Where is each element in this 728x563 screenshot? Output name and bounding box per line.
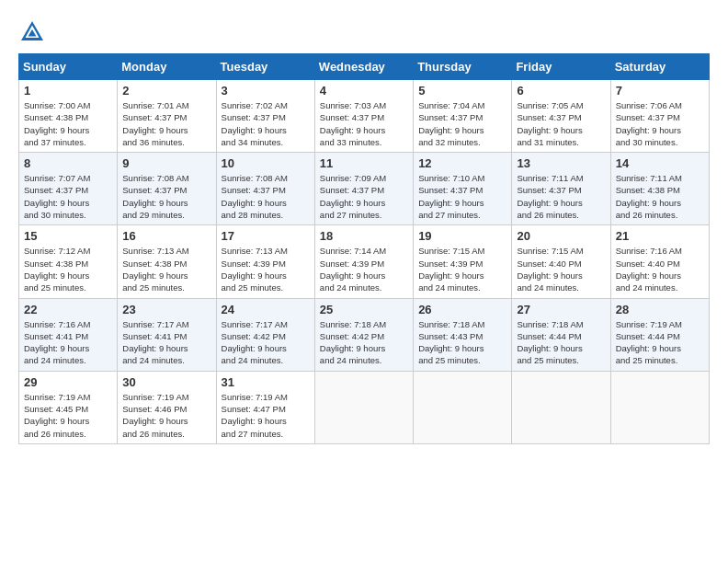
dow-header-monday: Monday bbox=[118, 54, 216, 80]
calendar-cell: 6Sunrise: 7:05 AM Sunset: 4:37 PM Daylig… bbox=[512, 80, 610, 153]
calendar-cell: 23Sunrise: 7:17 AM Sunset: 4:41 PM Dayli… bbox=[118, 298, 216, 371]
day-info: Sunrise: 7:15 AM Sunset: 4:39 PM Dayligh… bbox=[418, 245, 506, 293]
day-number: 11 bbox=[320, 156, 408, 170]
page-header bbox=[18, 15, 710, 46]
calendar-cell: 11Sunrise: 7:09 AM Sunset: 4:37 PM Dayli… bbox=[314, 153, 413, 225]
calendar-cell: 22Sunrise: 7:16 AM Sunset: 4:41 PM Dayli… bbox=[19, 298, 118, 371]
day-number: 28 bbox=[616, 303, 704, 316]
calendar-cell: 9Sunrise: 7:08 AM Sunset: 4:37 PM Daylig… bbox=[118, 153, 216, 225]
day-info: Sunrise: 7:16 AM Sunset: 4:40 PM Dayligh… bbox=[616, 245, 704, 293]
calendar-cell: 1Sunrise: 7:00 AM Sunset: 4:38 PM Daylig… bbox=[19, 80, 118, 153]
calendar-cell: 8Sunrise: 7:07 AM Sunset: 4:37 PM Daylig… bbox=[19, 153, 118, 225]
logo-icon bbox=[18, 18, 46, 46]
calendar-cell: 24Sunrise: 7:17 AM Sunset: 4:42 PM Dayli… bbox=[216, 298, 314, 371]
calendar-week-3: 15Sunrise: 7:12 AM Sunset: 4:38 PM Dayli… bbox=[19, 225, 710, 298]
day-info: Sunrise: 7:04 AM Sunset: 4:37 PM Dayligh… bbox=[418, 99, 506, 148]
calendar-cell: 14Sunrise: 7:11 AM Sunset: 4:38 PM Dayli… bbox=[610, 153, 709, 225]
day-number: 21 bbox=[616, 229, 704, 243]
day-number: 19 bbox=[418, 229, 506, 243]
day-info: Sunrise: 7:19 AM Sunset: 4:47 PM Dayligh… bbox=[222, 391, 310, 440]
day-number: 10 bbox=[222, 156, 310, 170]
day-number: 26 bbox=[418, 303, 506, 316]
day-info: Sunrise: 7:14 AM Sunset: 4:39 PM Dayligh… bbox=[320, 245, 408, 293]
day-info: Sunrise: 7:08 AM Sunset: 4:37 PM Dayligh… bbox=[122, 172, 210, 221]
calendar-cell: 27Sunrise: 7:18 AM Sunset: 4:44 PM Dayli… bbox=[512, 298, 610, 371]
day-number: 18 bbox=[320, 229, 408, 243]
calendar-week-2: 8Sunrise: 7:07 AM Sunset: 4:37 PM Daylig… bbox=[19, 153, 710, 225]
calendar-cell: 31Sunrise: 7:19 AM Sunset: 4:47 PM Dayli… bbox=[216, 371, 314, 443]
day-number: 22 bbox=[24, 303, 112, 316]
day-info: Sunrise: 7:10 AM Sunset: 4:37 PM Dayligh… bbox=[418, 172, 506, 221]
day-number: 17 bbox=[222, 229, 310, 243]
day-info: Sunrise: 7:16 AM Sunset: 4:41 PM Dayligh… bbox=[24, 318, 112, 367]
calendar-cell: 25Sunrise: 7:18 AM Sunset: 4:42 PM Dayli… bbox=[314, 298, 413, 371]
day-info: Sunrise: 7:12 AM Sunset: 4:38 PM Dayligh… bbox=[24, 245, 112, 293]
day-info: Sunrise: 7:00 AM Sunset: 4:38 PM Dayligh… bbox=[24, 99, 112, 148]
calendar-week-1: 1Sunrise: 7:00 AM Sunset: 4:38 PM Daylig… bbox=[19, 80, 710, 153]
dow-header-saturday: Saturday bbox=[610, 54, 709, 80]
calendar-cell bbox=[314, 371, 413, 443]
calendar-cell: 7Sunrise: 7:06 AM Sunset: 4:37 PM Daylig… bbox=[610, 80, 709, 153]
day-number: 6 bbox=[517, 84, 605, 98]
calendar-week-5: 29Sunrise: 7:19 AM Sunset: 4:45 PM Dayli… bbox=[19, 371, 710, 443]
day-number: 2 bbox=[122, 84, 210, 98]
day-info: Sunrise: 7:18 AM Sunset: 4:42 PM Dayligh… bbox=[320, 318, 408, 367]
day-info: Sunrise: 7:09 AM Sunset: 4:37 PM Dayligh… bbox=[320, 172, 408, 221]
calendar-cell: 19Sunrise: 7:15 AM Sunset: 4:39 PM Dayli… bbox=[414, 225, 512, 298]
day-info: Sunrise: 7:18 AM Sunset: 4:44 PM Dayligh… bbox=[517, 318, 605, 367]
calendar-cell: 30Sunrise: 7:19 AM Sunset: 4:46 PM Dayli… bbox=[118, 371, 216, 443]
day-info: Sunrise: 7:11 AM Sunset: 4:37 PM Dayligh… bbox=[517, 172, 605, 221]
day-number: 27 bbox=[517, 303, 605, 316]
dow-header-friday: Friday bbox=[512, 54, 610, 80]
day-number: 4 bbox=[320, 84, 408, 98]
day-info: Sunrise: 7:01 AM Sunset: 4:37 PM Dayligh… bbox=[122, 99, 210, 148]
day-info: Sunrise: 7:19 AM Sunset: 4:45 PM Dayligh… bbox=[24, 391, 112, 440]
calendar-cell: 3Sunrise: 7:02 AM Sunset: 4:37 PM Daylig… bbox=[216, 80, 314, 153]
day-info: Sunrise: 7:13 AM Sunset: 4:39 PM Dayligh… bbox=[222, 245, 310, 293]
calendar-cell bbox=[610, 371, 709, 443]
calendar-cell: 13Sunrise: 7:11 AM Sunset: 4:37 PM Dayli… bbox=[512, 153, 610, 225]
day-number: 7 bbox=[616, 84, 704, 98]
calendar-cell: 17Sunrise: 7:13 AM Sunset: 4:39 PM Dayli… bbox=[216, 225, 314, 298]
calendar-cell: 16Sunrise: 7:13 AM Sunset: 4:38 PM Dayli… bbox=[118, 225, 216, 298]
calendar-cell: 20Sunrise: 7:15 AM Sunset: 4:40 PM Dayli… bbox=[512, 225, 610, 298]
day-number: 14 bbox=[616, 156, 704, 170]
day-info: Sunrise: 7:05 AM Sunset: 4:37 PM Dayligh… bbox=[517, 99, 605, 148]
day-number: 29 bbox=[24, 375, 112, 389]
calendar-cell: 28Sunrise: 7:19 AM Sunset: 4:44 PM Dayli… bbox=[610, 298, 709, 371]
day-number: 15 bbox=[24, 229, 112, 243]
calendar-cell bbox=[512, 371, 610, 443]
calendar-cell: 21Sunrise: 7:16 AM Sunset: 4:40 PM Dayli… bbox=[610, 225, 709, 298]
day-number: 8 bbox=[24, 156, 112, 170]
day-of-week-row: SundayMondayTuesdayWednesdayThursdayFrid… bbox=[19, 54, 710, 80]
day-info: Sunrise: 7:06 AM Sunset: 4:37 PM Dayligh… bbox=[616, 99, 704, 148]
day-info: Sunrise: 7:15 AM Sunset: 4:40 PM Dayligh… bbox=[517, 245, 605, 293]
dow-header-sunday: Sunday bbox=[19, 54, 118, 80]
day-number: 24 bbox=[222, 303, 310, 316]
calendar-cell: 18Sunrise: 7:14 AM Sunset: 4:39 PM Dayli… bbox=[314, 225, 413, 298]
day-info: Sunrise: 7:19 AM Sunset: 4:46 PM Dayligh… bbox=[122, 391, 210, 440]
dow-header-wednesday: Wednesday bbox=[314, 54, 413, 80]
calendar-cell: 29Sunrise: 7:19 AM Sunset: 4:45 PM Dayli… bbox=[19, 371, 118, 443]
calendar-cell: 10Sunrise: 7:08 AM Sunset: 4:37 PM Dayli… bbox=[216, 153, 314, 225]
calendar-cell: 12Sunrise: 7:10 AM Sunset: 4:37 PM Dayli… bbox=[414, 153, 512, 225]
logo bbox=[18, 18, 50, 46]
day-number: 13 bbox=[517, 156, 605, 170]
day-number: 16 bbox=[122, 229, 210, 243]
calendar-cell: 2Sunrise: 7:01 AM Sunset: 4:37 PM Daylig… bbox=[118, 80, 216, 153]
calendar-cell: 5Sunrise: 7:04 AM Sunset: 4:37 PM Daylig… bbox=[414, 80, 512, 153]
day-number: 31 bbox=[222, 375, 310, 389]
calendar-cell bbox=[414, 371, 512, 443]
day-number: 1 bbox=[24, 84, 112, 98]
dow-header-thursday: Thursday bbox=[414, 54, 512, 80]
day-number: 12 bbox=[418, 156, 506, 170]
day-number: 23 bbox=[122, 303, 210, 316]
day-info: Sunrise: 7:07 AM Sunset: 4:37 PM Dayligh… bbox=[24, 172, 112, 221]
day-info: Sunrise: 7:08 AM Sunset: 4:37 PM Dayligh… bbox=[222, 172, 310, 221]
day-number: 5 bbox=[418, 84, 506, 98]
dow-header-tuesday: Tuesday bbox=[216, 54, 314, 80]
calendar-cell: 26Sunrise: 7:18 AM Sunset: 4:43 PM Dayli… bbox=[414, 298, 512, 371]
day-info: Sunrise: 7:11 AM Sunset: 4:38 PM Dayligh… bbox=[616, 172, 704, 221]
day-info: Sunrise: 7:18 AM Sunset: 4:43 PM Dayligh… bbox=[418, 318, 506, 367]
day-info: Sunrise: 7:13 AM Sunset: 4:38 PM Dayligh… bbox=[122, 245, 210, 293]
